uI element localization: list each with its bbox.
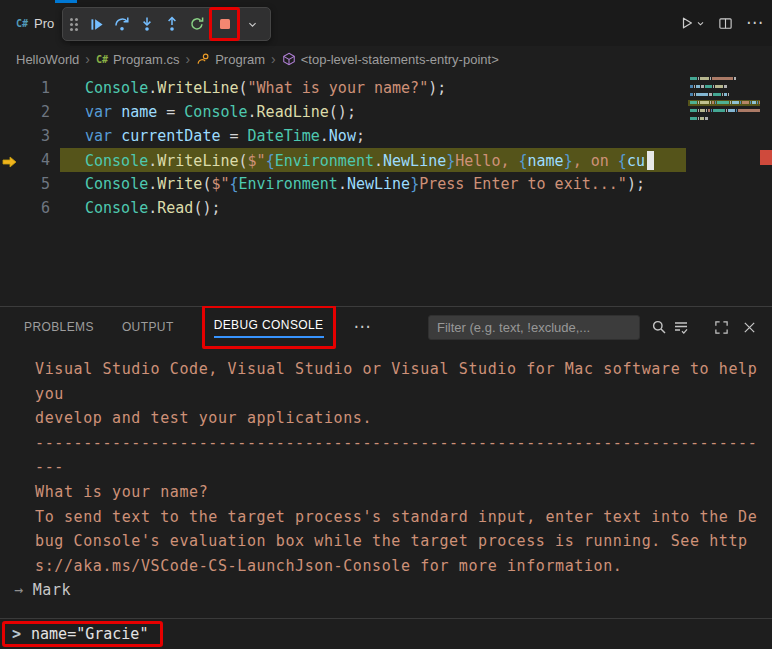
console-line-text: ----------------------------------------… [35,434,757,452]
annotation-box-stop [209,7,240,41]
breadcrumb-item-entry-point[interactable]: <top-level-statements-entry-point> [301,52,499,67]
continue-icon [89,17,104,32]
run-icon [680,16,694,30]
editor-tab-label: Pro [34,16,54,31]
line-number: 6 [0,199,50,217]
symbol-method-icon [282,52,296,66]
editor-tab-program-cs[interactable]: C# Pro [0,0,70,46]
step-over-button[interactable] [109,10,134,38]
step-out-icon [164,16,180,32]
code-line-2[interactable]: 2var name = Console.ReadLine(); [0,100,686,124]
minimap-line [688,92,760,98]
console-filter-input[interactable] [428,315,640,340]
code-line-5[interactable]: 5Console.Write($"{Environment.NewLine}Pr… [0,172,686,196]
repl-prompt-chevron: > [12,625,21,643]
tab-debug-console[interactable]: DEBUG CONSOLE [214,314,324,338]
filter-lines-icon[interactable] [670,316,692,338]
console-output-line: you [0,382,772,407]
debug-toolbar [62,7,271,41]
minimap-line [688,108,760,114]
breadcrumb-separator-icon: › [271,51,276,67]
tab-problems[interactable]: PROBLEMS [24,316,94,338]
console-input-echo-line: →Mark [0,578,772,603]
breadcrumb-separator-icon: › [85,51,90,67]
breadcrumb-item-program[interactable]: Program [215,52,265,67]
annotation-box-repl-input: > name="Gracie" [2,621,163,647]
search-icon[interactable] [648,316,670,338]
minimap-line [688,76,760,82]
console-line-text: Mark [33,578,72,603]
console-line-text: you [35,385,64,403]
chevron-down-icon [247,19,258,30]
chevron-down-icon [696,19,705,28]
minimap-line [688,116,760,122]
close-panel-icon[interactable] [738,316,760,338]
code-line-3[interactable]: 3var currentDate = DateTime.Now; [0,124,686,148]
console-output-line: bug Console's evaluation box while the t… [0,529,772,554]
console-output-line: Visual Studio Code, Visual Studio or Vis… [0,357,772,382]
debug-line-marker [760,150,772,165]
split-editor-button[interactable] [718,16,733,31]
run-menu-button[interactable] [680,16,705,30]
continue-button[interactable] [84,10,109,38]
repl-input[interactable]: name="Gracie" [31,625,148,643]
step-over-icon [114,16,130,32]
code-area[interactable]: 1Console.WriteLine("What is your name?")… [0,76,686,220]
code-text: var currentDate = DateTime.Now; [50,127,365,145]
minimap-line [688,100,760,106]
grip-dots-icon [70,18,73,21]
restart-button[interactable] [184,10,209,38]
symbol-class-icon [196,52,210,66]
stop-button[interactable] [212,10,237,38]
line-number: 3 [0,127,50,145]
active-tab-top-border [55,0,77,3]
step-into-icon [139,16,155,32]
code-text: var name = Console.ReadLine(); [50,103,356,121]
step-out-button[interactable] [159,10,184,38]
csharp-file-icon: C# [96,54,108,65]
split-editor-icon [718,16,733,31]
breadcrumb-item-program-cs[interactable]: Program.cs [113,52,179,67]
vscode-window: C# Pro [0,0,772,649]
console-line-text: develop and test your applications. [35,409,372,427]
minimap[interactable] [688,74,760,304]
code-line-4[interactable]: 4Console.WriteLine($"{Environment.NewLin… [0,148,686,172]
overview-ruler [760,72,772,306]
console-output-line: --- [0,455,772,480]
debug-console-output: Visual Studio Code, Visual Studio or Vis… [0,347,772,618]
annotation-box-debug-console: DEBUG CONSOLE [202,305,336,349]
code-editor[interactable]: 1Console.WriteLine("What is your name?")… [0,72,772,306]
toolbar-drag-handle[interactable] [68,16,82,32]
debug-console-input-row: > name="Gracie" [0,618,772,649]
debug-session-dropdown[interactable] [240,10,265,38]
maximize-panel-icon[interactable] [710,316,732,338]
editor-more-actions-button[interactable]: ⋯ [746,18,764,28]
code-line-1[interactable]: 1Console.WriteLine("What is your name?")… [0,76,686,100]
panel-header: PROBLEMS OUTPUT DEBUG CONSOLE ⋯ [0,307,772,347]
line-number: 5 [0,175,50,193]
console-line-text: To send text to the target process's sta… [35,508,757,526]
code-text: Console.Read(); [50,199,220,217]
titlebar: C# Pro [0,0,772,46]
console-output-line: To send text to the target process's sta… [0,505,772,530]
titlebar-actions: ⋯ [680,0,764,46]
code-line-6[interactable]: 6Console.Read(); [0,196,686,220]
line-number: 1 [0,79,50,97]
breadcrumb-item-helloworld[interactable]: HelloWorld [16,52,79,67]
panel-more-actions-icon[interactable]: ⋯ [354,322,372,332]
line-number: 2 [0,103,50,121]
console-line-text: s://aka.ms/VSCode-CS-LaunchJson-Console … [35,557,622,575]
stop-icon [217,16,233,32]
console-output-line: ----------------------------------------… [0,431,772,456]
restart-icon [189,16,205,32]
bottom-panel: PROBLEMS OUTPUT DEBUG CONSOLE ⋯ Visual S… [0,306,772,618]
console-line-text: What is your name? [35,483,208,501]
console-line-text: Visual Studio Code, Visual Studio or Vis… [35,360,757,378]
code-text: Console.WriteLine($"{Environment.NewLine… [50,151,654,170]
tab-output[interactable]: OUTPUT [122,316,174,338]
step-into-button[interactable] [134,10,159,38]
panel-tabs: PROBLEMS OUTPUT DEBUG CONSOLE [24,305,336,349]
console-line-text: --- [35,458,64,476]
console-line-text: bug Console's evaluation box while the t… [35,532,748,550]
breadcrumb: HelloWorld › C# Program.cs › Program › <… [0,46,772,72]
